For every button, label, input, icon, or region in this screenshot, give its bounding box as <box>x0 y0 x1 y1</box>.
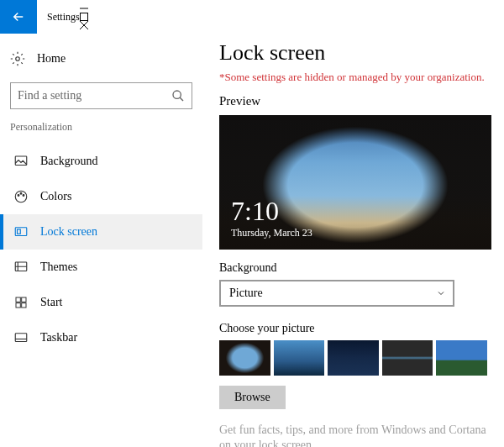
sidebar-item-label: Lock screen <box>40 225 97 239</box>
lock-screen-icon <box>13 224 29 239</box>
svg-point-5 <box>18 195 19 197</box>
close-button[interactable] <box>80 21 88 29</box>
themes-icon <box>13 260 29 275</box>
picture-thumbnail[interactable] <box>219 340 270 376</box>
fun-facts-label: Get fun facts, tips, and more from Windo… <box>219 423 487 447</box>
sidebar-item-taskbar[interactable]: Taskbar <box>0 320 202 355</box>
arrow-left-icon <box>11 9 26 24</box>
search-input[interactable] <box>18 89 171 103</box>
sidebar-item-label: Colors <box>40 190 71 203</box>
lock-screen-preview: 7:10 Thursday, March 23 <box>219 115 491 250</box>
taskbar-icon <box>13 330 29 345</box>
palette-icon <box>13 189 29 204</box>
choose-picture-label: Choose your picture <box>219 322 487 335</box>
chevron-down-icon <box>436 288 446 298</box>
maximize-button[interactable] <box>80 13 88 21</box>
sidebar-home[interactable]: Home <box>0 42 202 76</box>
svg-rect-15 <box>15 334 27 342</box>
minimize-button[interactable] <box>80 4 88 13</box>
search-icon <box>171 89 185 103</box>
page-title: Lock screen <box>219 40 487 66</box>
preview-heading: Preview <box>219 94 487 108</box>
preview-date: Thursday, March 23 <box>231 227 312 239</box>
close-icon <box>80 21 88 29</box>
picture-thumbnail[interactable] <box>436 340 487 376</box>
back-button[interactable] <box>0 0 37 34</box>
search-container <box>0 76 202 121</box>
sidebar-category: Personalization <box>0 121 202 144</box>
background-dropdown[interactable]: Picture <box>219 280 454 307</box>
background-label: Background <box>219 261 487 275</box>
sidebar-item-label: Themes <box>40 260 77 274</box>
sidebar-item-start[interactable]: Start <box>0 285 202 320</box>
fun-facts-section: Get fun facts, tips, and more from Windo… <box>219 423 487 447</box>
svg-point-1 <box>16 57 20 61</box>
picture-icon <box>13 154 29 169</box>
sidebar-home-label: Home <box>37 52 66 66</box>
picture-thumbnail[interactable] <box>274 340 325 376</box>
svg-rect-11 <box>16 297 20 302</box>
search-box[interactable] <box>10 82 192 109</box>
gear-icon <box>10 51 25 66</box>
window-controls <box>80 4 88 29</box>
app-body: Home Personalization Background Colors <box>0 34 504 447</box>
svg-rect-12 <box>22 297 26 302</box>
sidebar-item-background[interactable]: Background <box>0 144 202 179</box>
minimize-icon <box>80 4 88 13</box>
org-warning: *Some settings are hidden or managed by … <box>219 71 487 84</box>
svg-rect-0 <box>80 13 87 21</box>
svg-rect-13 <box>16 303 20 308</box>
svg-rect-14 <box>22 303 26 308</box>
start-icon <box>13 295 29 310</box>
picture-thumbnail[interactable] <box>382 340 433 376</box>
maximize-icon <box>80 13 88 21</box>
picture-thumbnail[interactable] <box>328 340 379 376</box>
sidebar-item-label: Taskbar <box>40 331 77 344</box>
background-dropdown-value: Picture <box>229 287 263 300</box>
sidebar: Home Personalization Background Colors <box>0 34 202 447</box>
sidebar-item-label: Start <box>40 296 62 309</box>
preview-time: 7:10 <box>231 197 279 224</box>
app-title: Settings <box>37 11 80 24</box>
svg-rect-9 <box>18 229 21 234</box>
sidebar-item-themes[interactable]: Themes <box>0 250 202 285</box>
sidebar-item-lock-screen[interactable]: Lock screen <box>0 214 202 250</box>
sidebar-item-colors[interactable]: Colors <box>0 179 202 214</box>
browse-button[interactable]: Browse <box>219 386 286 409</box>
svg-point-6 <box>20 192 22 194</box>
window-header: Settings <box>0 0 504 34</box>
svg-rect-3 <box>15 156 27 166</box>
main-content: Lock screen *Some settings are hidden or… <box>202 34 504 447</box>
picture-thumbnails <box>219 340 487 376</box>
svg-point-7 <box>23 195 24 197</box>
sidebar-item-label: Background <box>40 155 97 168</box>
svg-point-2 <box>173 91 181 98</box>
